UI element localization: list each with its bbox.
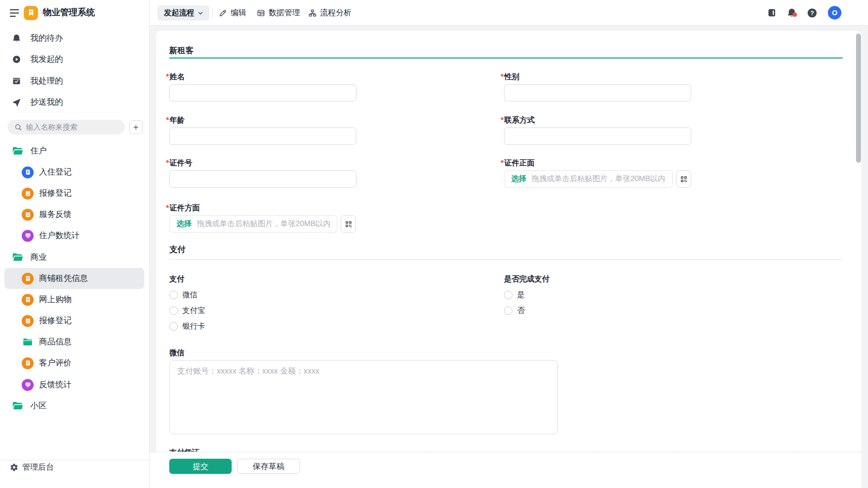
qr-code-icon bbox=[344, 220, 353, 228]
chart-icon bbox=[22, 230, 34, 242]
docs-panel-button[interactable] bbox=[767, 0, 777, 25]
app-logo-icon bbox=[24, 6, 38, 20]
send-icon bbox=[12, 98, 21, 107]
user-avatar[interactable]: O bbox=[828, 0, 841, 25]
submit-button[interactable]: 提交 bbox=[169, 459, 232, 474]
sidebar-item-cc-to-me[interactable]: 抄送我的 bbox=[0, 92, 150, 113]
admin-console-label: 管理后台 bbox=[22, 462, 54, 472]
radio-icon[interactable] bbox=[169, 291, 178, 299]
radio-icon[interactable] bbox=[169, 306, 178, 315]
age-input[interactable] bbox=[169, 127, 356, 145]
required-mark: * bbox=[501, 72, 503, 81]
svg-text:?: ? bbox=[810, 9, 814, 16]
sidebar-group-business[interactable]: 商业 bbox=[0, 247, 150, 268]
gender-input[interactable] bbox=[504, 84, 691, 101]
radio-label: 否 bbox=[517, 306, 525, 316]
toolbar-divider bbox=[212, 8, 213, 18]
notifications-button[interactable] bbox=[787, 0, 797, 25]
sidebar-item-repair-register[interactable]: 报修登记 bbox=[0, 183, 150, 204]
sidebar-item-service-feedback[interactable]: 服务反馈 bbox=[0, 204, 150, 225]
sidebar-item-product-info[interactable]: 商品信息 bbox=[0, 331, 150, 352]
inbox-check-icon bbox=[12, 76, 21, 86]
notebook-icon bbox=[767, 8, 777, 18]
sidebar-item-my-handled[interactable]: 我处理的 bbox=[0, 70, 150, 92]
notification-dot bbox=[793, 12, 797, 17]
radio-icon[interactable] bbox=[504, 306, 513, 315]
play-circle-icon bbox=[12, 55, 21, 64]
payment-group-label: 支付 bbox=[169, 274, 184, 284]
id-number-input[interactable] bbox=[169, 170, 356, 188]
sidebar-item-online-shopping[interactable]: 网上购物 bbox=[0, 289, 150, 310]
document-icon bbox=[22, 273, 34, 285]
search-input[interactable] bbox=[26, 123, 116, 131]
sidebar-item-feedback-stats[interactable]: 反馈统计 bbox=[0, 374, 150, 395]
sidebar: 物业管理系统 我的待办 我发起的 我处理的 抄送我的 + 住户 bbox=[0, 0, 150, 488]
sidebar-search bbox=[8, 120, 125, 134]
required-mark: * bbox=[166, 203, 169, 212]
sidebar-item-my-initiated[interactable]: 我发起的 bbox=[0, 49, 150, 70]
vertical-scrollbar-thumb[interactable] bbox=[856, 34, 861, 163]
upload-choose-label: 选择 bbox=[511, 174, 526, 184]
payment-done-no[interactable]: 否 bbox=[504, 306, 525, 316]
upload-hint: 拖拽或单击后粘贴图片，单张20MB以内 bbox=[197, 219, 331, 229]
required-mark: * bbox=[501, 115, 503, 124]
top-toolbar: 发起流程 编辑 数据管理 流程分析 ? O bbox=[150, 0, 868, 25]
contact-input[interactable] bbox=[504, 127, 691, 145]
edit-label: 编辑 bbox=[231, 8, 246, 18]
radio-icon[interactable] bbox=[504, 291, 513, 299]
help-button[interactable]: ? bbox=[807, 0, 818, 25]
payment-option-alipay[interactable]: 支付宝 bbox=[169, 306, 205, 316]
sidebar-item-resident-stats[interactable]: 住户数统计 bbox=[0, 225, 150, 246]
admin-console-link[interactable]: 管理后台 bbox=[10, 462, 54, 472]
field-label-gender: *性别 bbox=[501, 72, 519, 82]
name-input[interactable] bbox=[169, 84, 356, 101]
table-icon bbox=[257, 9, 265, 17]
id-front-upload[interactable]: 选择 拖拽或单击后粘贴图片，单张20MB以内 bbox=[504, 170, 673, 188]
start-flow-label: 发起流程 bbox=[164, 8, 194, 18]
qr-code-icon bbox=[680, 175, 688, 183]
payment-option-bankcard[interactable]: 银行卡 bbox=[169, 322, 205, 331]
id-back-qr-button[interactable] bbox=[341, 215, 356, 233]
sidebar-item-repair-register-2[interactable]: 报修登记 bbox=[0, 310, 150, 331]
sidebar-item-label: 报修登记 bbox=[39, 188, 72, 198]
search-icon bbox=[14, 123, 22, 131]
pencil-icon bbox=[219, 9, 227, 17]
form-footer-bar: 提交 保存草稿 bbox=[150, 452, 861, 488]
required-mark: * bbox=[166, 115, 169, 124]
sidebar-item-label: 入住登记 bbox=[39, 167, 72, 177]
sidebar-item-customer-review[interactable]: 客户评价 bbox=[0, 352, 150, 374]
document-icon bbox=[22, 166, 34, 178]
start-flow-button[interactable]: 发起流程 bbox=[157, 5, 209, 21]
add-button[interactable]: + bbox=[129, 120, 143, 134]
hamburger-menu-icon[interactable] bbox=[10, 9, 19, 17]
sidebar-item-shop-lease-info[interactable]: 商铺租凭信息 bbox=[0, 268, 150, 289]
sidebar-item-my-todo[interactable]: 我的待办 bbox=[0, 28, 150, 49]
edit-button[interactable]: 编辑 bbox=[219, 0, 246, 25]
radio-label: 是 bbox=[517, 290, 525, 300]
data-management-button[interactable]: 数据管理 bbox=[257, 0, 300, 25]
sidebar-group-label: 住户 bbox=[30, 146, 47, 156]
folder-open-icon bbox=[12, 146, 23, 156]
sidebar-brand: 物业管理系统 bbox=[0, 0, 150, 25]
field-label-age: *年龄 bbox=[166, 115, 184, 125]
field-label-id-front: *证件正面 bbox=[501, 158, 534, 168]
payment-option-wechat[interactable]: 微信 bbox=[169, 290, 197, 300]
save-draft-button[interactable]: 保存草稿 bbox=[237, 459, 300, 474]
flow-analysis-button[interactable]: 流程分析 bbox=[308, 0, 352, 25]
sidebar-group-label: 小区 bbox=[30, 401, 47, 411]
sidebar-group-community[interactable]: 小区 bbox=[0, 395, 150, 416]
section-title-new-tenant: 新租客 bbox=[169, 46, 194, 56]
wechat-field-label: 微信 bbox=[169, 348, 184, 358]
wechat-payment-textarea[interactable] bbox=[169, 360, 558, 434]
id-front-qr-button[interactable] bbox=[676, 170, 691, 188]
sidebar-item-label: 商品信息 bbox=[39, 337, 72, 347]
radio-icon[interactable] bbox=[169, 322, 178, 331]
id-back-upload[interactable]: 选择 拖拽或单击后粘贴图片，单张20MB以内 bbox=[169, 215, 337, 233]
flow-analysis-label: 流程分析 bbox=[320, 8, 352, 18]
clipboard-icon bbox=[22, 315, 34, 327]
sidebar-item-checkin[interactable]: 入住登记 bbox=[0, 162, 150, 183]
field-label-id-back: *证件方面 bbox=[166, 203, 200, 213]
main-content: 新租客 *姓名 *性别 *年龄 *联系方式 *证件号 *证件正面 选择 拖拽或单… bbox=[150, 25, 868, 488]
payment-done-yes[interactable]: 是 bbox=[504, 290, 525, 300]
sidebar-group-residents[interactable]: 住户 bbox=[0, 140, 150, 162]
